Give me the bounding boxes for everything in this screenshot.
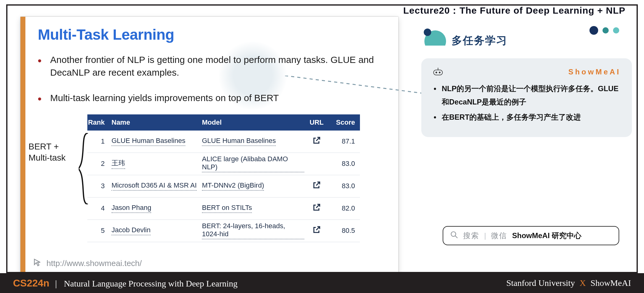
table-row: 3Microsoft D365 AI & MSR AIMT-DNNv2 (Big… [87,175,360,198]
cell-name: Jason Phang [109,204,202,213]
lecture-title: Lecture20：The Future of Deep Learning + … [403,4,625,17]
slide-title: Multi-Task Learning [38,26,389,43]
col-rank: Rank [87,118,109,127]
cell-model: GLUE Human Baselines [202,137,304,146]
cell-model: BERT on STILTs [202,204,304,213]
cell-rank: 3 [87,182,109,190]
table-row: 2王玮ALICE large (Alibaba DAMO NLP)83.0 [87,153,360,175]
cell-score: 82.0 [329,204,360,212]
svg-rect-1 [434,70,443,75]
slide-bullets: Another frontier of NLP is getting one m… [38,54,389,104]
search-hint-2: 微信 [491,231,507,241]
cell-model: BERT: 24-layers, 16-heads, 1024-hid [202,222,304,239]
course-code: CS224n [13,277,49,289]
cell-name: Jacob Devlin [109,226,202,235]
bottom-bar: CS224n | Natural Language Processing wit… [0,273,644,293]
brand-label: ShowMeAI [568,68,621,76]
cell-score: 83.0 [329,182,360,190]
cell-url[interactable] [304,136,329,147]
collab-x: X [580,278,586,288]
cell-rank: 5 [87,227,109,235]
bottom-left: CS224n | Natural Language Processing wit… [13,277,238,289]
translation-item: NLP的另一个前沿是让一个模型执行许多任务。GLUE 和DecaNLP是最近的例… [432,82,621,109]
leaderboard-header: Rank Name Model URL Score [87,114,360,131]
cursor-icon [33,258,42,269]
search-pill[interactable]: 搜索 | 微信 ShowMeAI 研究中心 [443,226,619,245]
cell-name: Microsoft D365 AI & MSR AI [109,181,202,191]
curly-brace-icon [79,133,89,204]
svg-point-5 [451,232,456,236]
robot-icon [432,68,444,78]
title-bubble-icon [424,30,446,51]
search-icon [450,231,458,241]
cell-rank: 4 [87,204,109,212]
content-frame: Lecture20：The Future of Deep Learning + … [6,4,638,273]
bullet-item: Multi-task learning yields improvements … [38,92,389,104]
header-decor-dots [585,26,619,35]
leaderboard: BERT + Multi-task Rank Name Model URL Sc… [87,114,360,242]
leaderboard-side-annotation: BERT + Multi-task [28,141,81,164]
bullet-item: Another frontier of NLP is getting one m… [38,54,389,79]
search-strong: ShowMeAI 研究中心 [512,231,581,241]
cell-score: 83.0 [329,160,360,168]
table-row: 5Jacob DevlinBERT: 24-layers, 16-heads, … [87,220,360,242]
slide-card: Multi-Task Learning Another frontier of … [20,17,398,274]
cell-rank: 1 [87,137,109,145]
org-name: ShowMeAI [590,278,631,288]
svg-point-2 [436,72,437,73]
page: Lecture20：The Future of Deep Learning + … [0,0,644,293]
col-model: Model [202,118,304,127]
slide-footer-link[interactable]: http://www.showmeai.tech/ [46,259,142,268]
col-score: Score [329,118,360,127]
svg-line-6 [455,236,458,238]
university-name: Stanford University [506,278,575,288]
translation-bullets: NLP的另一个前沿是让一个模型执行许多任务。GLUE 和DecaNLP是最近的例… [432,82,621,124]
cell-score: 80.5 [329,227,360,235]
course-subtitle: Natural Language Processing with Deep Le… [64,279,238,288]
translation-item: 在BERT的基础上，多任务学习产生了改进 [432,110,621,124]
col-name: Name [109,118,202,127]
translation-card: ShowMeAI NLP的另一个前沿是让一个模型执行许多任务。GLUE 和Dec… [421,58,632,137]
cell-url[interactable] [304,180,329,192]
bottom-right: Stanford University X ShowMeAI [506,278,631,288]
col-url: URL [304,118,329,127]
cell-model: ALICE large (Alibaba DAMO NLP) [202,155,304,172]
svg-point-3 [439,72,440,73]
table-row: 1GLUE Human BaselinesGLUE Human Baseline… [87,131,360,153]
cell-model: MT-DNNv2 (BigBird) [202,181,304,191]
cell-name: 王玮 [109,158,202,169]
cell-url[interactable] [304,203,329,214]
cell-rank: 2 [87,160,109,168]
right-title-wrap: 多任务学习 [424,30,507,51]
search-hint-1: 搜索 [463,231,479,241]
cell-score: 87.1 [329,137,360,145]
cell-url[interactable] [304,225,329,236]
right-title: 多任务学习 [452,33,507,48]
slide-accent-bar [20,17,25,274]
search-divider: | [484,231,486,240]
slide-footer: http://www.showmeai.tech/ [33,258,142,269]
table-row: 4Jason PhangBERT on STILTs82.0 [87,198,360,220]
cell-name: GLUE Human Baselines [109,137,202,146]
